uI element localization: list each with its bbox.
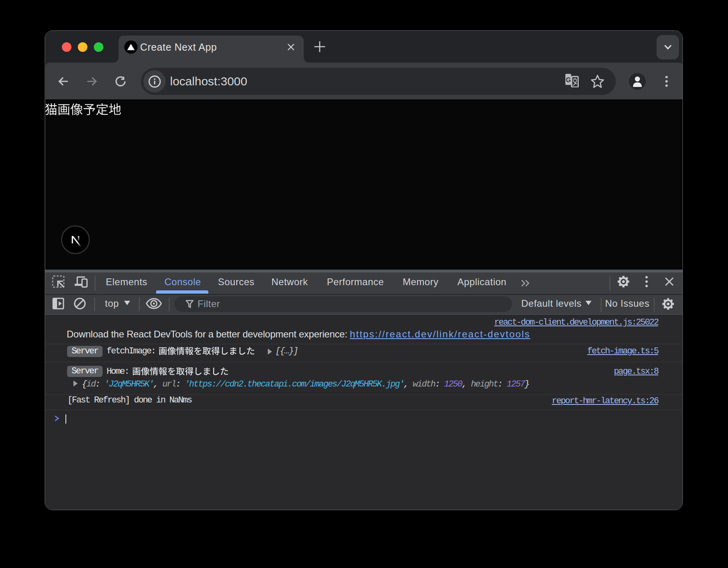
svg-text:G: G [566,77,571,83]
